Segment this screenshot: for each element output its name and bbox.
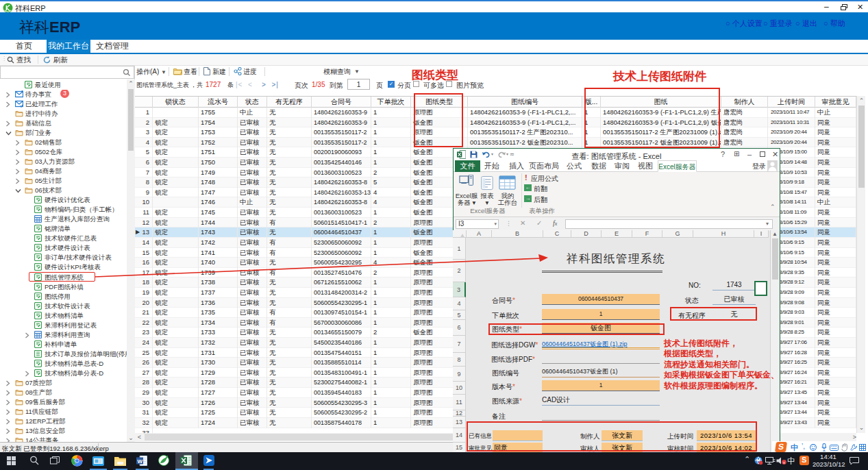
svg-text:x: x	[783, 460, 785, 465]
svg-text:W: W	[138, 458, 143, 465]
